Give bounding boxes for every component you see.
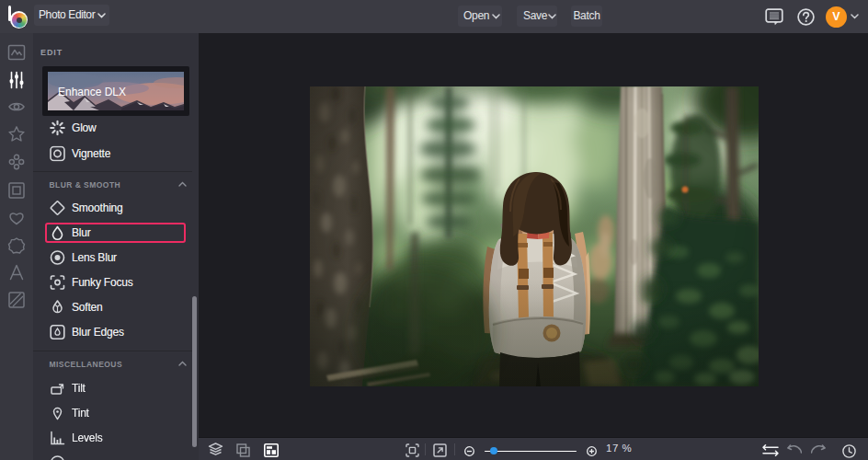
svg-text:Enhance DLX: Enhance DLX	[58, 86, 126, 98]
